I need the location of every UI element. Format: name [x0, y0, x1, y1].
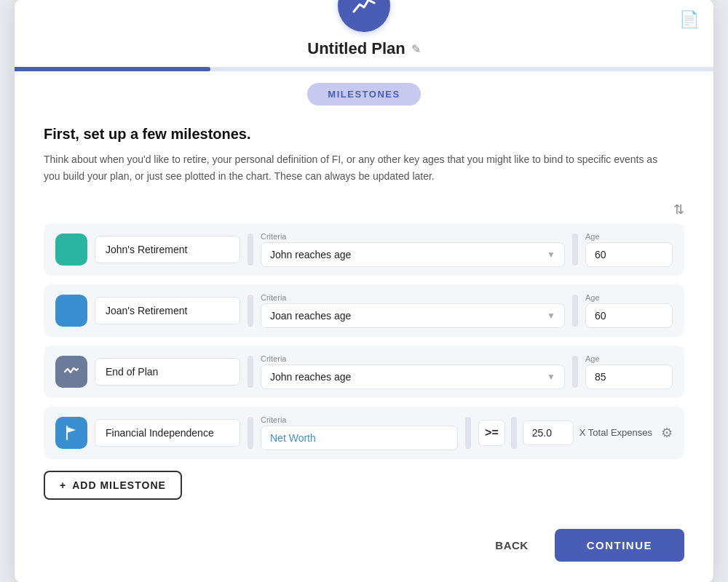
- continue-button[interactable]: CONTINUE: [555, 529, 684, 562]
- johns-age-group: Age: [585, 232, 673, 267]
- logo-icon: [338, 0, 390, 32]
- joans-retirement-icon: 🌴: [55, 295, 87, 327]
- joans-criteria-label: Criteria: [261, 293, 565, 302]
- edit-icon[interactable]: ✎: [411, 42, 421, 56]
- progress-bar-container: [15, 67, 713, 71]
- joans-retirement-criteria-group: Criteria Joan reaches age ▼: [261, 293, 565, 328]
- fi-expression-group: >= X Total Expenses ⚙: [478, 417, 673, 449]
- fi-criteria-value-row: Net Worth: [261, 426, 458, 450]
- footer-row: BACK CONTINUE: [15, 514, 713, 562]
- fi-multiplier-label: X Total Expenses: [579, 427, 652, 438]
- svg-text:🌴: 🌴: [63, 303, 80, 319]
- fi-icon: [55, 417, 87, 449]
- document-icon[interactable]: 📄: [679, 10, 699, 29]
- divider: [248, 234, 253, 266]
- johns-criteria-select[interactable]: John reaches age ▼: [261, 242, 565, 267]
- divider: [511, 417, 517, 449]
- svg-text:🌴: 🌴: [63, 242, 80, 258]
- johns-retirement-criteria-group: Criteria John reaches age ▼: [261, 232, 565, 267]
- milestones-tab[interactable]: MILESTONES: [307, 83, 420, 105]
- chevron-down-icon: ▼: [547, 311, 555, 321]
- milestone-row: 🌴 John's Retirement Criteria John reache…: [44, 223, 684, 276]
- add-milestone-label: ADD MILESTONE: [72, 479, 166, 491]
- divider: [465, 417, 471, 449]
- main-modal: Untitled Plan ✎ 📄 MILESTONES First, set …: [15, 0, 713, 582]
- chevron-down-icon: ▼: [547, 372, 555, 382]
- back-button[interactable]: BACK: [480, 530, 542, 560]
- fi-criteria-group: Criteria Net Worth: [261, 415, 458, 450]
- sort-icon[interactable]: ⇅: [44, 202, 684, 218]
- johns-age-input[interactable]: [585, 242, 673, 267]
- end-age-group: Age: [585, 354, 673, 389]
- divider: [248, 295, 253, 327]
- fi-operator: >=: [478, 420, 505, 446]
- section-description: Think about when you'd like to retire, y…: [44, 151, 670, 184]
- fi-name[interactable]: Financial Independence: [95, 419, 240, 447]
- fi-net-worth-link[interactable]: Net Worth: [261, 426, 458, 450]
- joans-retirement-name[interactable]: Joan's Retirement: [95, 297, 240, 324]
- end-of-plan-name[interactable]: End of Plan: [95, 358, 240, 386]
- plus-icon: +: [60, 479, 66, 491]
- section-title: First, set up a few milestones.: [44, 126, 684, 143]
- johns-age-label: Age: [585, 232, 673, 241]
- end-criteria-select[interactable]: John reaches age ▼: [261, 364, 565, 389]
- joans-age-input[interactable]: [585, 303, 673, 328]
- fi-milestone-row: Financial Independence Criteria Net Wort…: [44, 407, 684, 459]
- chevron-down-icon: ▼: [547, 250, 555, 260]
- end-age-label: Age: [585, 354, 673, 363]
- divider: [572, 295, 578, 327]
- joans-criteria-select[interactable]: Joan reaches age ▼: [261, 303, 565, 328]
- divider: [248, 417, 253, 449]
- joans-age-label: Age: [585, 293, 673, 302]
- tab-row: MILESTONES: [307, 83, 420, 105]
- plan-title: Untitled Plan: [307, 39, 405, 58]
- add-milestone-button[interactable]: + ADD MILESTONE: [44, 471, 182, 500]
- fi-criteria-label: Criteria: [261, 415, 458, 424]
- divider: [248, 356, 253, 388]
- divider: [572, 356, 578, 388]
- joans-age-group: Age: [585, 293, 673, 328]
- end-age-input[interactable]: [585, 364, 673, 389]
- milestone-row: 🌴 Joan's Retirement Criteria Joan reache…: [44, 284, 684, 337]
- johns-retirement-name[interactable]: John's Retirement: [95, 236, 240, 263]
- johns-criteria-label: Criteria: [261, 232, 565, 241]
- fi-multiplier-input[interactable]: [523, 420, 574, 445]
- end-of-plan-icon: [55, 356, 87, 388]
- end-criteria-label: Criteria: [261, 354, 565, 363]
- divider: [572, 234, 578, 266]
- progress-bar-fill: [15, 67, 210, 71]
- modal-header: Untitled Plan ✎ 📄 MILESTONES: [15, 0, 713, 105]
- milestone-row: End of Plan Criteria John reaches age ▼ …: [44, 346, 684, 398]
- end-of-plan-criteria-group: Criteria John reaches age ▼: [261, 354, 565, 389]
- content-area: First, set up a few milestones. Think ab…: [15, 105, 713, 514]
- johns-retirement-icon: 🌴: [55, 234, 87, 266]
- plan-title-row: Untitled Plan ✎: [307, 39, 420, 58]
- gear-icon[interactable]: ⚙: [661, 425, 673, 441]
